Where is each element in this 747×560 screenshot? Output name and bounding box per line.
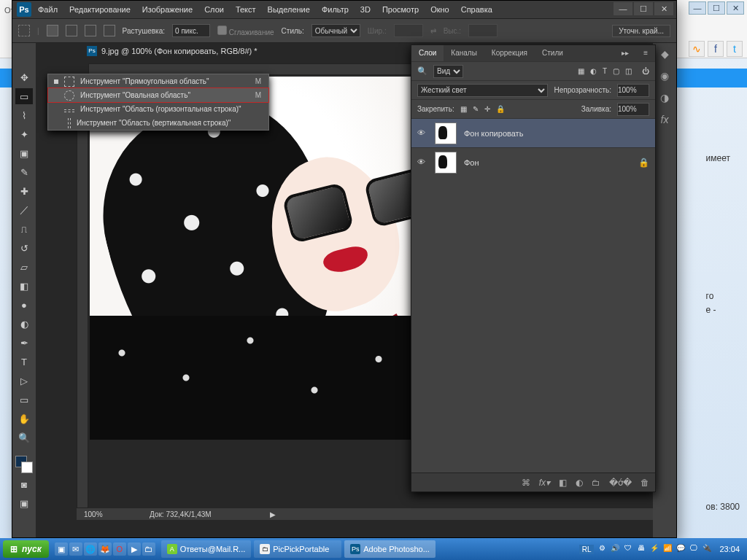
social-fb-icon[interactable]: f xyxy=(708,41,724,57)
lang-indicator[interactable]: RL xyxy=(579,545,595,554)
magic-wand-tool[interactable]: ✦ xyxy=(15,126,33,142)
panel-adjust-icon[interactable]: ◑ xyxy=(657,90,673,106)
ql-icon[interactable]: ▶ xyxy=(128,542,141,556)
lock-all-icon[interactable]: 🔒 xyxy=(496,105,505,113)
filter-smart-icon[interactable]: ◫ xyxy=(625,67,632,75)
refine-edge-button[interactable]: Уточн. край... xyxy=(612,25,670,37)
menu-file[interactable]: Файл xyxy=(33,1,63,18)
task-button[interactable]: AОтветы@Mail.R... xyxy=(161,540,252,558)
panel-swatches-icon[interactable]: ◉ xyxy=(657,68,673,84)
link-layers-icon[interactable]: ⌘ xyxy=(522,478,530,488)
eyedropper-tool[interactable]: ✎ xyxy=(15,164,33,180)
move-tool[interactable]: ✥ xyxy=(15,69,33,85)
menu-window[interactable]: Окно xyxy=(425,1,454,18)
outer-close[interactable]: ✕ xyxy=(727,1,744,15)
crop-tool[interactable]: ▣ xyxy=(15,145,33,161)
flyout-row-marquee[interactable]: Инструмент "Область (горизонтальная стро… xyxy=(48,102,268,116)
layer-thumbnail[interactable] xyxy=(435,152,457,174)
zoom-tool[interactable]: 🔍 xyxy=(15,429,33,446)
group-icon[interactable]: 🗀 xyxy=(592,478,600,488)
ps-minimize[interactable]: — xyxy=(614,2,632,15)
menu-edit[interactable]: Редактирование xyxy=(64,1,136,18)
tray-icon[interactable]: ⚡ xyxy=(649,544,659,554)
selmode-intersect-icon[interactable] xyxy=(104,25,115,36)
trash-icon[interactable]: 🗑 xyxy=(640,478,649,488)
brush-tool[interactable]: ／ xyxy=(15,202,33,218)
style-select[interactable]: Обычный xyxy=(311,24,360,37)
tray-icon[interactable]: ⚙ xyxy=(597,544,607,554)
canvas[interactable] xyxy=(90,77,411,440)
flyout-col-marquee[interactable]: Инструмент "Область (вертикальная строка… xyxy=(48,116,268,130)
fx-icon[interactable]: fx▾ xyxy=(539,478,550,488)
tray-icon[interactable]: 📶 xyxy=(662,544,673,554)
filter-pixel-icon[interactable]: ▦ xyxy=(578,67,584,75)
ql-icon[interactable]: ✉ xyxy=(69,542,82,556)
adjustment-icon[interactable]: ◐ xyxy=(576,478,583,488)
filter-type-icon[interactable]: T xyxy=(603,67,607,75)
lasso-tool[interactable]: ⌇ xyxy=(15,107,33,123)
flyout-rect-marquee[interactable]: Инструмент "Прямоугольная область" M xyxy=(48,74,268,88)
marquee-preset-icon[interactable] xyxy=(18,25,30,36)
quickmask-toggle[interactable]: ◙ xyxy=(15,476,33,492)
taskbar-clock[interactable]: 23:04 xyxy=(715,545,744,553)
tray-icon[interactable]: 🛡 xyxy=(623,544,633,554)
filter-toggle-icon[interactable]: ⏻ xyxy=(642,67,649,75)
layer-name[interactable]: Фон копировать xyxy=(464,129,523,138)
panel-color-icon[interactable]: ◆ xyxy=(657,46,673,62)
menu-help[interactable]: Справка xyxy=(456,1,498,18)
menu-3d[interactable]: 3D xyxy=(355,1,376,18)
panel-tab-channels[interactable]: Каналы xyxy=(444,45,484,61)
ql-icon[interactable]: 🦊 xyxy=(98,542,112,556)
outer-maximize[interactable]: ☐ xyxy=(708,1,725,15)
layer-row[interactable]: 👁 Фон 🔒 xyxy=(411,147,655,176)
social-tw-icon[interactable]: t xyxy=(727,41,743,57)
color-swatches[interactable] xyxy=(15,456,33,473)
stamp-tool[interactable]: ⎍ xyxy=(15,221,33,237)
ps-maximize[interactable]: ☐ xyxy=(634,2,653,15)
pen-tool[interactable]: ✒ xyxy=(15,335,33,351)
panel-menu-icon[interactable]: ≡ xyxy=(636,45,655,61)
layer-thumbnail[interactable] xyxy=(435,122,457,144)
outer-minimize[interactable]: — xyxy=(689,1,706,15)
blur-tool[interactable]: ● xyxy=(15,297,33,313)
tray-icon[interactable]: 🔊 xyxy=(610,544,620,554)
layer-filter-select[interactable]: Вид xyxy=(433,65,463,78)
tray-icon[interactable]: 🔌 xyxy=(702,544,712,554)
selmode-new-icon[interactable] xyxy=(47,25,58,36)
menu-select[interactable]: Выделение xyxy=(263,1,315,18)
tray-icon[interactable]: 💬 xyxy=(676,544,686,554)
hand-tool[interactable]: ✋ xyxy=(15,411,33,427)
lock-paint-icon[interactable]: ✎ xyxy=(473,105,479,113)
ql-icon[interactable]: 🗀 xyxy=(142,542,155,556)
task-button[interactable]: 🗀PicPickPortable xyxy=(254,540,341,558)
lock-pos-icon[interactable]: ✛ xyxy=(484,105,490,113)
social-rss-icon[interactable]: ∿ xyxy=(689,41,705,57)
healing-tool[interactable]: ✚ xyxy=(15,183,33,199)
task-button[interactable]: PsAdobe Photosho... xyxy=(344,540,436,558)
filter-shape-icon[interactable]: ▢ xyxy=(613,67,619,75)
tray-icon[interactable]: 🖵 xyxy=(689,544,699,554)
panel-styles-icon[interactable]: fx xyxy=(657,112,673,128)
ql-icon[interactable]: 🌐 xyxy=(84,542,97,556)
document-tab[interactable]: Ps 9.jpg @ 100% (Фон копировать, RGB/8#)… xyxy=(87,46,258,56)
visibility-icon[interactable]: 👁 xyxy=(417,128,427,139)
start-button[interactable]: ⊞ пуск xyxy=(3,540,49,558)
panel-tab-styles[interactable]: Стили xyxy=(535,45,570,61)
blendmode-select[interactable]: Жесткий свет xyxy=(417,84,548,97)
mask-icon[interactable]: ◧ xyxy=(559,478,567,488)
shape-tool[interactable]: ▭ xyxy=(15,392,33,408)
zoom-level[interactable]: 100% xyxy=(84,510,120,518)
lock-trans-icon[interactable]: ▦ xyxy=(460,105,467,113)
ql-icon[interactable]: O xyxy=(113,542,126,556)
new-layer-icon[interactable]: �ớ� xyxy=(609,478,632,488)
selmode-sub-icon[interactable] xyxy=(85,25,96,36)
panel-tab-layers[interactable]: Слои xyxy=(411,45,444,61)
ql-icon[interactable]: ▣ xyxy=(55,542,68,556)
eraser-tool[interactable]: ▱ xyxy=(15,259,33,275)
type-tool[interactable]: T xyxy=(15,354,33,370)
history-brush-tool[interactable]: ↺ xyxy=(15,240,33,256)
screenmode-toggle[interactable]: ▣ xyxy=(15,495,33,511)
dodge-tool[interactable]: ◐ xyxy=(15,316,33,332)
path-select-tool[interactable]: ▷ xyxy=(15,373,33,389)
panel-collapse-icon[interactable]: ▸▸ xyxy=(614,45,636,61)
